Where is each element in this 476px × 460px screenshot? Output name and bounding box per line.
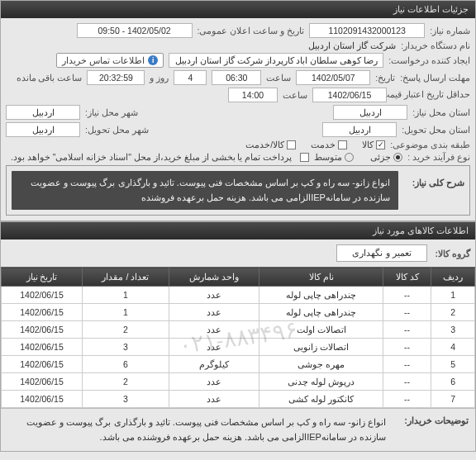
cat-label: طبقه بندی موضوعی: (390, 140, 470, 149)
table-cell: 1 (83, 287, 169, 304)
city-need-label: شهر محل نیاز: (85, 107, 138, 117)
table-cell: 1402/06/15 (2, 321, 83, 339)
table-cell: -- (383, 339, 431, 356)
contact-info-button[interactable]: i اطلاعات تماس خریدار (56, 53, 164, 68)
process-radio-group: جزئی متوسط (314, 152, 402, 162)
table-cell: عدد (169, 287, 259, 304)
time-left-value: 20:32:59 (87, 70, 145, 85)
cat-service-checkbox[interactable]: خدمت (311, 140, 347, 149)
table-cell: 2 (431, 304, 475, 321)
table-cell: -- (383, 373, 431, 391)
table-cell: درپوش لوله چدنی (259, 373, 383, 391)
table-header-cell: نام کالا (259, 268, 383, 287)
table-cell: اتصالات اولت (259, 321, 383, 339)
table-cell: 1 (431, 287, 475, 304)
panel-body-1: شماره نیاز: 1102091432000123 تاریخ و ساع… (1, 18, 475, 221)
buyer-notes-text: انواع زانو- سه راه و کپ بر اساس مشخصات ف… (7, 415, 386, 444)
table-cell: -- (383, 287, 431, 304)
table-cell: 1402/06/15 (2, 304, 83, 321)
table-header-cell: واحد شمارش (169, 268, 259, 287)
table-row[interactable]: 3--اتصالات اولتعدد21402/06/15 (2, 321, 475, 339)
table-cell: 1402/06/15 (2, 391, 83, 408)
table-cell: 6 (431, 373, 475, 391)
city-need-value: اردبیل (6, 105, 80, 120)
table-cell: 3 (83, 339, 169, 356)
table-row[interactable]: 6--درپوش لوله چدنیعدد21402/06/15 (2, 373, 475, 391)
table-cell: 1402/06/15 (2, 356, 83, 373)
table-cell: عدد (169, 304, 259, 321)
group-label: گروه کالا: (436, 249, 470, 258)
proc-medium-radio[interactable]: متوسط (314, 152, 354, 162)
city-deliv-value: اردبیل (6, 122, 80, 137)
contact-tab-label: اطلاعات تماس خریدار (62, 55, 145, 65)
table-cell: کیلوگرم (169, 356, 259, 373)
city-deliv-label: شهر محل تحویل: (85, 125, 149, 135)
table-cell: عدد (169, 391, 259, 408)
table-cell: عدد (169, 339, 259, 356)
table-row[interactable]: 2--چندراهی چاپی لولهعدد11402/06/15 (2, 304, 475, 321)
table-row[interactable]: 7--کانکتور لوله کشیعدد31402/06/15 (2, 391, 475, 408)
deadline-date-value: 1402/05/07 (296, 70, 370, 85)
table-cell: 6 (83, 356, 169, 373)
goods-table: ردیفکد کالانام کالاواحد شمارشتعداد / مقد… (1, 267, 475, 408)
table-row[interactable]: 5--مهره جوشیکیلوگرم61402/06/15 (2, 356, 475, 373)
table-cell: -- (383, 321, 431, 339)
table-header-cell: تاریخ نیاز (2, 268, 83, 287)
table-cell: 7 (431, 391, 475, 408)
table-row[interactable]: 1--چندراهی چاپی لولهعدد11402/06/15 (2, 287, 475, 304)
group-value: تعمیر و نگهداری (336, 244, 426, 262)
table-cell: عدد (169, 373, 259, 391)
table-header-cell: ردیف (431, 268, 475, 287)
goods-table-wrap: ۰۲۱-۸۸۳۴۹۶ ردیفکد کالانام کالاواحد شمارش… (1, 267, 475, 408)
table-cell: 3 (83, 391, 169, 408)
table-cell: اتصالات زانویی (259, 339, 383, 356)
buyer-label: نام دستگاه خریدار: (401, 40, 470, 50)
goods-info-panel: اطلاعات کالاهای مورد نیاز گروه کالا: تعم… (0, 221, 476, 452)
creator-label: ایجاد کننده درخواست: (388, 55, 470, 65)
proc-partial-radio[interactable]: جزئی (370, 152, 402, 162)
loc-need-label: استان محل نیاز: (412, 107, 470, 117)
days-left-label: روز و (150, 73, 169, 83)
credit-time-label: ساعت (283, 90, 307, 100)
loc-need-value: اردبیل (333, 105, 407, 120)
deadline-time-value: 06:30 (212, 70, 261, 85)
table-cell: کانکتور لوله کشی (259, 391, 383, 408)
loc-deliv-label: استان محل تحویل: (402, 125, 470, 135)
table-cell: چندراهی چاپی لوله (259, 287, 383, 304)
days-left-value: 4 (174, 70, 207, 85)
table-cell: 1402/06/15 (2, 373, 83, 391)
time-left-label: ساعت باقی مانده (17, 73, 83, 83)
panel-header-2: اطلاعات کالاهای مورد نیاز (1, 222, 475, 239)
table-row[interactable]: 4--اتصالات زانوییعدد31402/06/15 (2, 339, 475, 356)
table-header-cell: تعداد / مقدار (83, 268, 169, 287)
table-cell: مهره جوشی (259, 356, 383, 373)
goods-group-row: گروه کالا: تعمیر و نگهداری (1, 239, 475, 267)
buyer-value: شرکت گاز استان اردبیل (308, 40, 396, 50)
need-no-value: 1102091432000123 (309, 23, 425, 38)
table-cell: چندراهی چاپی لوله (259, 304, 383, 321)
table-cell: 3 (431, 321, 475, 339)
table-cell: -- (383, 356, 431, 373)
announce-dt-value: 1402/05/02 - 09:50 (77, 23, 193, 38)
treasury-checkbox[interactable] (300, 153, 309, 162)
treasury-note: پرداخت تمام یا بخشی از مبلغ خرید،از محل … (11, 152, 292, 162)
cat-goods-checkbox[interactable]: ✓کالا (362, 140, 385, 149)
table-cell: 5 (431, 356, 475, 373)
deadline-time-label: ساعت (266, 73, 291, 83)
loc-deliv-value: اردبیل (322, 122, 397, 137)
description-block: شرح کلی نیاز: انواع زانو- سه راه و کپ بر… (6, 165, 470, 216)
need-no-label: شماره نیاز: (430, 26, 470, 36)
cat-both-checkbox[interactable]: کالا/خدمت (245, 140, 296, 149)
proc-label: نوع فرآیند خرید : (407, 152, 470, 162)
need-details-panel: جزئیات اطلاعات نیاز شماره نیاز: 11020914… (0, 0, 476, 221)
table-header-cell: کد کالا (383, 268, 431, 287)
table-cell: 1 (83, 304, 169, 321)
desc-label: شرح کلی نیاز: (398, 171, 464, 210)
table-cell: 4 (431, 339, 475, 356)
desc-text: انواع زانو- سه راه و کپ بر اساس مشخصات ف… (12, 171, 398, 210)
category-checkbox-group: ✓کالا خدمت کالا/خدمت (245, 140, 385, 149)
announce-dt-label: تاریخ و ساعت اعلان عمومی: (198, 26, 305, 36)
table-cell: 2 (83, 373, 169, 391)
info-icon: i (148, 55, 158, 65)
table-cell: -- (383, 391, 431, 408)
